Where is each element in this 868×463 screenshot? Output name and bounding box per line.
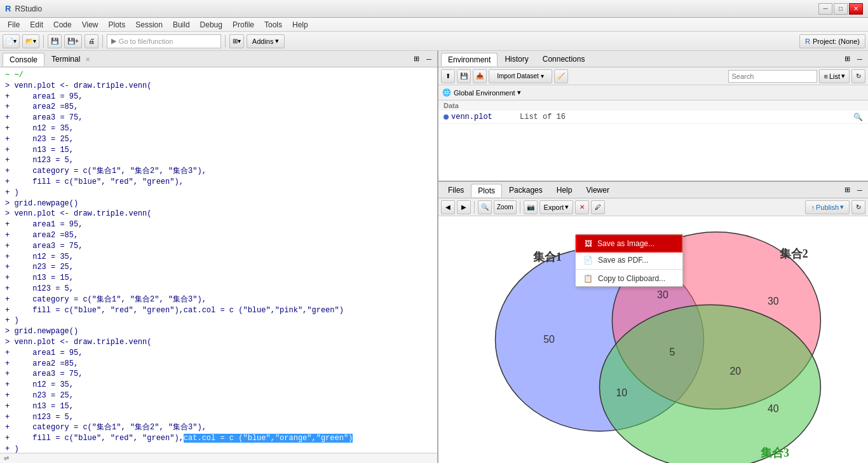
maximize-button[interactable]: □ [834, 3, 848, 15]
tab-files[interactable]: Files [441, 183, 471, 197]
minimize-button[interactable]: ─ [818, 3, 832, 15]
data-section-header: Data [438, 100, 868, 111]
plots-refresh-btn[interactable]: ↻ [851, 200, 865, 214]
env-import-btn[interactable]: 📥 [473, 69, 487, 83]
console-line: + n13 = 15, [1, 273, 436, 284]
console-line: + n123 = 5, [1, 284, 436, 294]
console-line: + category = c("集合1", "集合2", "集合3"), [1, 166, 436, 177]
console-content[interactable]: ~ ~/ > venn.plot <- draw.triple.venn( + … [0, 67, 437, 453]
svg-point-2 [600, 305, 821, 463]
env-search-input[interactable] [728, 70, 817, 83]
save-all-button[interactable]: 💾+ [64, 34, 82, 48]
project-badge[interactable]: R Project: (None) [799, 34, 865, 48]
console-tabs: Console Terminal ✕ ⊞ ─ [0, 51, 437, 67]
console-line: + n12 = 35, [1, 123, 436, 134]
env-load-btn[interactable]: ⬆ [441, 69, 455, 83]
console-line: + ) [1, 188, 436, 198]
n12-num: 30 [657, 290, 668, 301]
clipboard-icon: 📋 [583, 274, 593, 283]
import-chevron: ▾ [541, 73, 544, 79]
plots-zoom-btn[interactable]: Zoom [494, 200, 517, 214]
env-expand-btn[interactable]: ⊞ [841, 53, 853, 65]
menu-file[interactable]: File [3, 19, 25, 31]
import-label: Import Dataset [497, 73, 539, 79]
plots-brush-btn[interactable]: 🖊 [591, 200, 605, 214]
tab-environment[interactable]: Environment [441, 53, 498, 66]
goto-field[interactable]: ▶ Go to file/function [107, 34, 221, 48]
tab-packages[interactable]: Packages [502, 183, 550, 197]
plots-forward-btn[interactable]: ▶ [457, 200, 471, 214]
menu-build[interactable]: Build [168, 19, 195, 31]
addins-chevron: ▾ [275, 37, 279, 45]
right-panel: Environment History Connections ⊞ ─ ⬆ 💾 … [438, 51, 868, 463]
publish-label: Publish [816, 204, 839, 211]
project-icon: R [805, 38, 810, 45]
env-var-search-icon[interactable]: 🔍 [853, 113, 863, 121]
plots-panel: Files Plots Packages Help Viewer ⊞ ─ ◀ ▶… [438, 182, 868, 463]
console-line: + n23 = 25, [1, 262, 436, 273]
plots-export-icon: 📷 [524, 200, 538, 214]
menu-tools[interactable]: Tools [259, 19, 287, 31]
console-line: > venn.plot <- draw.triple.venn( [1, 209, 436, 219]
console-line: > venn.plot <- draw.triple.venn( [1, 337, 436, 348]
console-expand-btn[interactable]: ⊞ [410, 53, 422, 65]
copy-clipboard-item[interactable]: 📋 Copy to Clipboard... [576, 271, 682, 286]
menu-session[interactable]: Session [130, 19, 168, 31]
console-status-bar: ⇌ [0, 453, 437, 463]
save-pdf-label: Save as PDF... [598, 256, 648, 265]
console-line: + fill = c("blue", "red", "green"), [1, 177, 436, 188]
tab-console[interactable]: Console [3, 53, 44, 66]
console-line: + area3 = 75, [1, 241, 436, 252]
tab-help[interactable]: Help [550, 183, 580, 197]
menu-debug[interactable]: Debug [195, 19, 227, 31]
env-var-name: venn.plot [444, 113, 520, 121]
plots-sep-2 [520, 201, 520, 214]
workspace-button[interactable]: ⊞▾ [229, 34, 244, 48]
console-collapse-btn[interactable]: ─ [423, 53, 435, 65]
env-row-vennplot[interactable]: venn.plot List of 16 🔍 [438, 111, 868, 124]
publish-button[interactable]: ↑ Publish ▾ [805, 200, 850, 214]
env-refresh-btn[interactable]: ↻ [851, 69, 865, 83]
tab-connections[interactable]: Connections [536, 52, 592, 66]
main-layout: Console Terminal ✕ ⊞ ─ ~ ~/ > venn.plot … [0, 51, 868, 463]
plots-back-btn[interactable]: ◀ [441, 200, 455, 214]
console-line: + area1 = 95, [1, 348, 436, 359]
open-file-button[interactable]: 📂▾ [22, 34, 39, 48]
menu-plots[interactable]: Plots [104, 19, 131, 31]
console-line: + n23 = 25, [1, 134, 436, 145]
menu-code[interactable]: Code [48, 19, 77, 31]
env-clear-btn[interactable]: 🧹 [554, 69, 568, 83]
new-file-button[interactable]: 📄▾ [3, 34, 20, 48]
save-as-image-item[interactable]: 🖼 Save as Image... [576, 235, 682, 252]
close-button[interactable]: ✕ [849, 3, 863, 15]
menu-profile[interactable]: Profile [227, 19, 259, 31]
environment-content: Data venn.plot List of 16 🔍 [438, 100, 868, 181]
terminal-close[interactable]: ✕ [85, 56, 90, 63]
zoom-label: Zoom [497, 204, 513, 211]
env-collapse-btn[interactable]: ─ [854, 53, 865, 65]
console-line: + area3 = 75, [1, 369, 436, 380]
tab-viewer[interactable]: Viewer [579, 183, 616, 197]
tab-plots[interactable]: Plots [471, 184, 502, 197]
plots-toolbar: ◀ ▶ 🔍 Zoom 📷 Export ▾ ✕ 🖊 ↑ Publish [438, 198, 868, 216]
plots-collapse-btn[interactable]: ─ [854, 184, 865, 196]
save-as-pdf-item[interactable]: 📄 Save as PDF... [576, 252, 682, 268]
menu-view[interactable]: View [77, 19, 104, 31]
menu-edit[interactable]: Edit [25, 19, 48, 31]
import-dataset-button[interactable]: Import Dataset ▾ [489, 69, 552, 83]
print-button[interactable]: 🖨 [85, 34, 98, 48]
addins-button[interactable]: Addins ▾ [247, 34, 285, 48]
list-label: List [829, 73, 840, 80]
console-line: > venn.plot <- draw.triple.venn( [1, 81, 436, 92]
plots-expand-btn[interactable]: ⊞ [841, 184, 853, 196]
menu-help[interactable]: Help [287, 19, 313, 31]
plots-delete-btn[interactable]: ✕ [575, 200, 589, 214]
env-save-btn[interactable]: 💾 [457, 69, 471, 83]
tab-history[interactable]: History [498, 52, 535, 66]
env-list-button[interactable]: ≡ List ▾ [819, 69, 850, 83]
export-button[interactable]: Export ▾ [539, 200, 574, 214]
save-button[interactable]: 💾 [48, 34, 62, 48]
tab-terminal[interactable]: Terminal ✕ [44, 52, 97, 66]
console-line: + n123 = 5, [1, 412, 436, 423]
plot-area: 集合1 集合2 集合3 50 30 40 30 10 20 [438, 216, 868, 463]
